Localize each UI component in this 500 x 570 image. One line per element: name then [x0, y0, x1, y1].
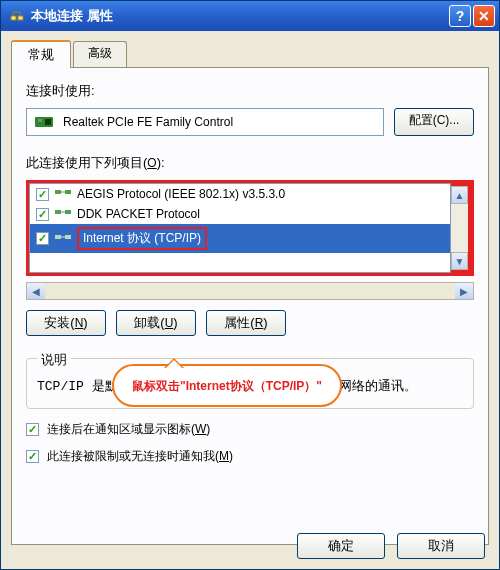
scroll-up-button[interactable]: ▲: [451, 186, 468, 204]
protocol-label: AEGIS Protocol (IEEE 802.1x) v3.5.3.0: [77, 187, 285, 201]
svg-rect-11: [55, 210, 61, 214]
nic-icon: [35, 115, 55, 129]
protocol-icon: [55, 232, 73, 246]
description-heading: 说明: [37, 351, 71, 369]
show-icon-label: 连接后在通知区域显示图标(W): [47, 421, 210, 438]
configure-button[interactable]: 配置(C)...: [394, 108, 474, 136]
protocol-label: DDK PACKET Protocol: [77, 207, 200, 221]
svg-rect-15: [65, 235, 71, 239]
svg-rect-12: [65, 210, 71, 214]
protocol-list[interactable]: ✓ AEGIS Protocol (IEEE 802.1x) v3.5.3.0 …: [29, 183, 451, 273]
install-button[interactable]: 安装(N): [26, 310, 106, 336]
tab-strip: 常规 高级: [1, 31, 499, 67]
scroll-right-button[interactable]: ▶: [455, 283, 473, 299]
ok-button[interactable]: 确定: [297, 533, 385, 559]
properties-dialog: 本地连接 属性 ? ✕ 常规 高级 连接时使用: Realtek PCIe FE…: [0, 0, 500, 570]
svg-rect-1: [18, 16, 23, 20]
svg-rect-8: [55, 190, 61, 194]
protocol-list-highlight: ✓ AEGIS Protocol (IEEE 802.1x) v3.5.3.0 …: [26, 180, 474, 276]
scroll-track[interactable]: [45, 283, 455, 299]
svg-rect-14: [55, 235, 61, 239]
titlebar[interactable]: 本地连接 属性 ? ✕: [1, 1, 499, 31]
window-title: 本地连接 属性: [31, 7, 447, 25]
protocol-icon: [55, 187, 73, 201]
protocol-label: Internet 协议 (TCP/IP): [77, 227, 207, 250]
scroll-down-button[interactable]: ▼: [451, 252, 468, 270]
notify-limited-label: 此连接被限制或无连接时通知我(M): [47, 448, 233, 465]
svg-rect-6: [38, 119, 42, 122]
list-item[interactable]: ✓ DDK PACKET Protocol: [30, 204, 450, 224]
svg-rect-9: [65, 190, 71, 194]
cancel-button[interactable]: 取消: [397, 533, 485, 559]
list-item-selected[interactable]: ✓ Internet 协议 (TCP/IP): [30, 224, 450, 253]
connect-using-label: 连接时使用:: [26, 82, 474, 100]
list-item[interactable]: ✓ AEGIS Protocol (IEEE 802.1x) v3.5.3.0: [30, 184, 450, 204]
svg-rect-7: [45, 119, 51, 125]
scroll-track[interactable]: [451, 204, 468, 252]
checkbox[interactable]: ✓: [36, 188, 49, 201]
horizontal-scrollbar[interactable]: ◀ ▶: [26, 282, 474, 300]
checkbox[interactable]: ✓: [36, 232, 49, 245]
connection-icon: [9, 8, 25, 24]
checkbox[interactable]: ✓: [26, 450, 39, 463]
dialog-buttons: 确定 取消: [297, 533, 485, 559]
notify-limited-row[interactable]: ✓ 此连接被限制或无连接时通知我(M): [26, 448, 474, 465]
adapter-field[interactable]: Realtek PCIe FE Family Control: [26, 108, 384, 136]
tab-general[interactable]: 常规: [11, 40, 71, 68]
show-icon-row[interactable]: ✓ 连接后在通知区域显示图标(W): [26, 421, 474, 438]
uninstall-button[interactable]: 卸载(U): [116, 310, 196, 336]
annotation-text: 鼠标双击"Internet协议（TCP/IP）": [132, 379, 322, 393]
svg-rect-0: [11, 16, 16, 20]
protocol-icon: [55, 207, 73, 221]
help-button[interactable]: ?: [449, 5, 471, 27]
properties-button[interactable]: 属性(R): [206, 310, 286, 336]
tab-advanced[interactable]: 高级: [73, 41, 127, 69]
annotation-callout: 鼠标双击"Internet协议（TCP/IP）": [112, 364, 342, 407]
checkbox[interactable]: ✓: [26, 423, 39, 436]
vertical-scrollbar[interactable]: ▲ ▼: [451, 183, 471, 273]
close-button[interactable]: ✕: [473, 5, 495, 27]
items-used-label: 此连接使用下列项目(O):: [26, 154, 474, 172]
checkbox[interactable]: ✓: [36, 208, 49, 221]
tab-panel: 连接时使用: Realtek PCIe FE Family Control 配置…: [11, 67, 489, 545]
adapter-name: Realtek PCIe FE Family Control: [63, 115, 233, 129]
scroll-left-button[interactable]: ◀: [27, 283, 45, 299]
